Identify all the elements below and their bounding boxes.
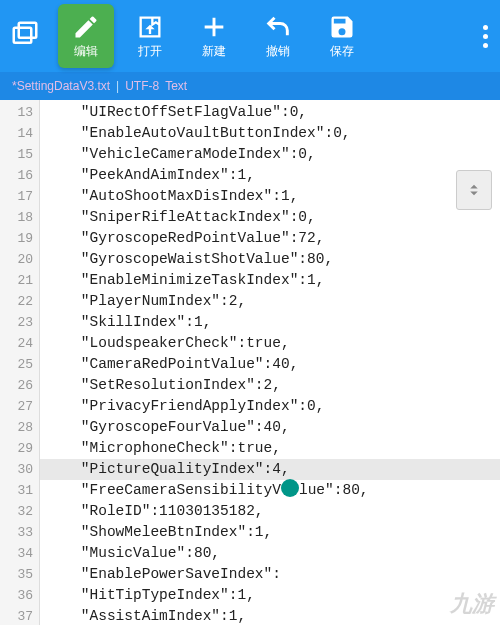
code-line[interactable]: "EnableMinimizeTaskIndex":1, [40,270,500,291]
tab-bar: *SettingDataV3.txt | UTF-8 Text [0,72,500,100]
line-number: 14 [0,123,39,144]
code-line[interactable]: "AutoShootMaxDisIndex":1, [40,186,500,207]
code-line[interactable]: "MicrophoneCheck":true, [40,438,500,459]
edit-button[interactable]: 编辑 [58,4,114,68]
code-area[interactable]: "UIRectOffSetFlagValue":0, "EnableAutoVa… [40,100,500,625]
line-number: 18 [0,207,39,228]
gutter: 1314151617181920212223242526272829303132… [0,100,40,625]
code-line[interactable]: "FreeCameraSensibilityVlue":80, [40,480,500,501]
line-number: 34 [0,543,39,564]
line-number: 20 [0,249,39,270]
save-button[interactable]: 保存 [314,4,370,68]
menu-icon[interactable] [483,25,488,48]
code-line[interactable]: "SkillIndex":1, [40,312,500,333]
line-number: 24 [0,333,39,354]
tab-separator: | [116,79,119,93]
line-number: 26 [0,375,39,396]
undo-label: 撤销 [266,43,290,60]
line-number: 16 [0,165,39,186]
code-line[interactable]: "LoudspeakerCheck":true, [40,333,500,354]
line-number: 19 [0,228,39,249]
code-line[interactable]: "PeekAndAimIndex":1, [40,165,500,186]
editor[interactable]: 1314151617181920212223242526272829303132… [0,100,500,625]
code-line[interactable]: "GyroscopeRedPointValue":72, [40,228,500,249]
code-line[interactable]: "VehicleCameraModeIndex":0, [40,144,500,165]
code-line[interactable]: "PictureQualityIndex":4, [40,459,500,480]
tab-filetype: Text [165,79,187,93]
scroll-handle[interactable] [456,170,492,210]
svg-rect-0 [14,27,32,42]
cursor-icon [281,479,299,497]
line-number: 21 [0,270,39,291]
line-number: 31 [0,480,39,501]
tabs-icon[interactable] [10,19,40,54]
line-number: 15 [0,144,39,165]
svg-rect-1 [19,22,37,37]
code-line[interactable]: "EnableAutoVaultButtonIndex":0, [40,123,500,144]
line-number: 22 [0,291,39,312]
line-number: 30 [0,459,39,480]
line-number: 32 [0,501,39,522]
code-line[interactable]: "SetResolutionIndex":2, [40,375,500,396]
code-line[interactable]: "ShowMeleeBtnIndex":1, [40,522,500,543]
code-line[interactable]: "MusicValue":80, [40,543,500,564]
new-button[interactable]: 新建 [186,4,242,68]
open-label: 打开 [138,43,162,60]
save-label: 保存 [330,43,354,60]
code-line[interactable]: "RoleID":11030135182, [40,501,500,522]
code-line[interactable]: "GyroscopeWaistShotValue":80, [40,249,500,270]
code-line[interactable]: "HitTipTypeIndex":1, [40,585,500,606]
line-number: 35 [0,564,39,585]
line-number: 25 [0,354,39,375]
code-line[interactable]: "AssistAimIndex":1, [40,606,500,625]
code-line[interactable]: "CameraRedPointValue":40, [40,354,500,375]
line-number: 27 [0,396,39,417]
line-number: 33 [0,522,39,543]
edit-label: 编辑 [74,43,98,60]
line-number: 23 [0,312,39,333]
code-line[interactable]: "GyroscopeFourValue":40, [40,417,500,438]
line-number: 37 [0,606,39,625]
tab-filename[interactable]: *SettingDataV3.txt [12,79,110,93]
line-number: 28 [0,417,39,438]
code-line[interactable]: "UIRectOffSetFlagValue":0, [40,102,500,123]
code-line[interactable]: "PlayerNumIndex":2, [40,291,500,312]
toolbar: 编辑 打开 新建 撤销 保存 [0,0,500,72]
open-button[interactable]: 打开 [122,4,178,68]
watermark: 九游 [450,589,494,619]
line-number: 29 [0,438,39,459]
line-number: 13 [0,102,39,123]
undo-button[interactable]: 撤销 [250,4,306,68]
code-line[interactable]: "PrivacyFriendApplyIndex":0, [40,396,500,417]
code-line[interactable]: "EnablePowerSaveIndex": [40,564,500,585]
line-number: 36 [0,585,39,606]
line-number: 17 [0,186,39,207]
new-label: 新建 [202,43,226,60]
tab-encoding: UTF-8 [125,79,159,93]
code-line[interactable]: "SniperRifleAttackIndex":0, [40,207,500,228]
